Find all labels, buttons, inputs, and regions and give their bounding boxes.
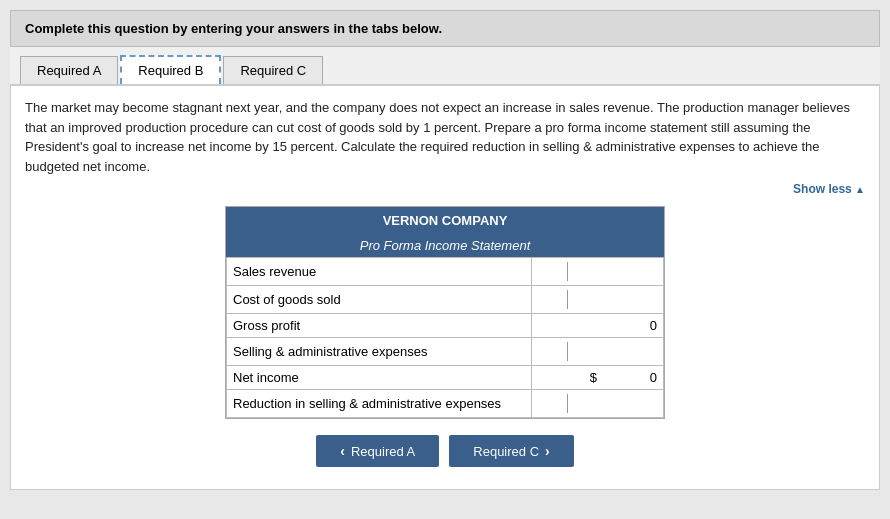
tab-required-a[interactable]: Required A xyxy=(20,56,118,84)
tabs-row: Required A Required B Required C xyxy=(10,47,880,85)
show-less-link[interactable]: Show less ▲ xyxy=(25,182,865,196)
row-label-sga: Selling & administrative expenses xyxy=(227,338,532,366)
input-reduction[interactable] xyxy=(567,394,657,413)
next-button[interactable]: Required C › xyxy=(449,435,573,467)
table-row: Sales revenue xyxy=(227,258,664,286)
static-gross-profit: 0 xyxy=(650,318,657,333)
prev-chevron-icon: ‹ xyxy=(340,443,345,459)
row-value-sales-revenue xyxy=(531,258,663,286)
prev-button-label: Required A xyxy=(351,444,415,459)
prev-button[interactable]: ‹ Required A xyxy=(316,435,439,467)
table-row: Cost of goods sold xyxy=(227,286,664,314)
row-label-cogs: Cost of goods sold xyxy=(227,286,532,314)
tab-required-c[interactable]: Required C xyxy=(223,56,323,84)
page-wrapper: Complete this question by entering your … xyxy=(10,10,880,490)
company-name: VERNON COMPANY xyxy=(226,207,664,234)
row-label-sales-revenue: Sales revenue xyxy=(227,258,532,286)
tab-required-b[interactable]: Required B xyxy=(120,55,221,84)
row-label-reduction: Reduction in selling & administrative ex… xyxy=(227,390,532,418)
nav-buttons: ‹ Required A Required C › xyxy=(25,435,865,467)
table-row: Gross profit 0 xyxy=(227,314,664,338)
table-row: Selling & administrative expenses xyxy=(227,338,664,366)
content-area: The market may become stagnant next year… xyxy=(10,85,880,490)
row-value-reduction xyxy=(531,390,663,418)
income-data-table: Sales revenue Cost of goods sold xyxy=(226,257,664,418)
input-cogs[interactable] xyxy=(567,290,657,309)
income-statement-table: VERNON COMPANY Pro Forma Income Statemen… xyxy=(225,206,665,419)
row-value-gross-profit: 0 xyxy=(531,314,663,338)
row-value-net-income: $ 0 xyxy=(531,366,663,390)
table-row: Reduction in selling & administrative ex… xyxy=(227,390,664,418)
static-net-income: 0 xyxy=(597,370,657,385)
instruction-text: Complete this question by entering your … xyxy=(25,21,442,36)
next-button-label: Required C xyxy=(473,444,539,459)
instruction-banner: Complete this question by entering your … xyxy=(10,10,880,47)
table-subtitle: Pro Forma Income Statement xyxy=(226,234,664,257)
description-text: The market may become stagnant next year… xyxy=(25,98,865,176)
table-row: Net income $ 0 xyxy=(227,366,664,390)
row-value-sga xyxy=(531,338,663,366)
show-less-arrow-icon: ▲ xyxy=(855,184,865,195)
next-chevron-icon: › xyxy=(545,443,550,459)
row-label-net-income: Net income xyxy=(227,366,532,390)
input-sga[interactable] xyxy=(567,342,657,361)
input-sales-revenue[interactable] xyxy=(567,262,657,281)
dollar-sign-net-income: $ xyxy=(590,370,597,385)
row-label-gross-profit: Gross profit xyxy=(227,314,532,338)
row-value-cogs xyxy=(531,286,663,314)
